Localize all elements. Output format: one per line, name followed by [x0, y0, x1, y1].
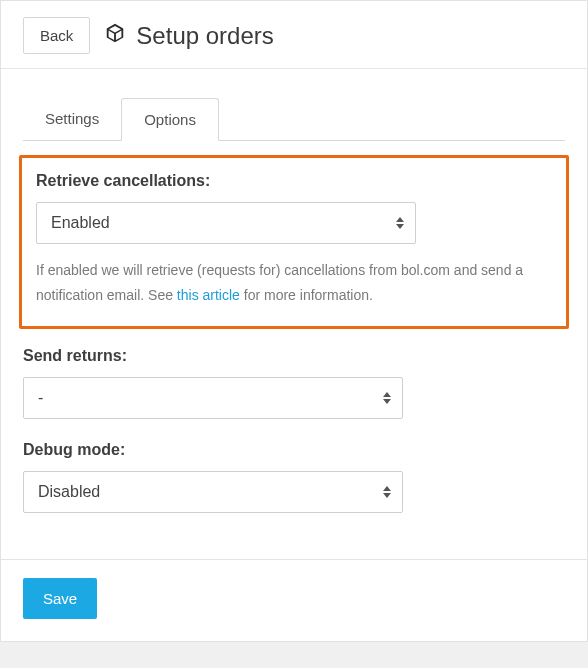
tabs: Settings Options — [23, 98, 565, 141]
debug-mode-label: Debug mode: — [23, 441, 565, 459]
retrieve-cancellations-help: If enabled we will retrieve (requests fo… — [36, 258, 552, 308]
footer: Save — [1, 559, 587, 641]
help-text-after: for more information. — [240, 287, 373, 303]
tab-settings[interactable]: Settings — [23, 98, 121, 140]
retrieve-cancellations-section: Retrieve cancellations: Enabled If enabl… — [19, 155, 569, 329]
retrieve-cancellations-label: Retrieve cancellations: — [36, 172, 552, 190]
page-title: Setup orders — [104, 22, 273, 50]
send-returns-label: Send returns: — [23, 347, 565, 365]
retrieve-cancellations-select[interactable]: Enabled — [36, 202, 416, 244]
cube-icon — [104, 22, 126, 50]
save-button[interactable]: Save — [23, 578, 97, 619]
send-returns-select[interactable]: - — [23, 377, 403, 419]
help-article-link[interactable]: this article — [177, 287, 240, 303]
debug-mode-select[interactable]: Disabled — [23, 471, 403, 513]
page-title-text: Setup orders — [136, 22, 273, 50]
send-returns-section: Send returns: - — [23, 347, 565, 419]
back-button[interactable]: Back — [23, 17, 90, 54]
page-header: Back Setup orders — [1, 1, 587, 69]
tab-options[interactable]: Options — [121, 98, 219, 141]
debug-mode-section: Debug mode: Disabled — [23, 441, 565, 513]
